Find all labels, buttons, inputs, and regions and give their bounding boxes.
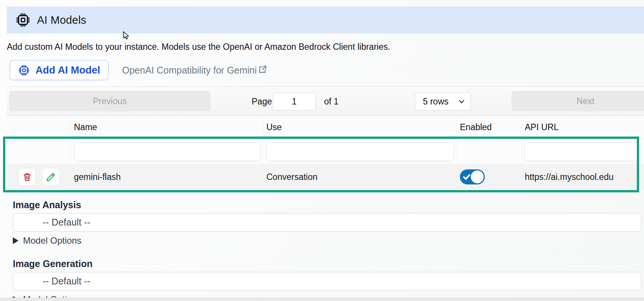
image-analysis-heading: Image Analysis bbox=[13, 200, 644, 210]
filter-cell-actions bbox=[7, 139, 71, 164]
filter-cell-api-url bbox=[522, 139, 644, 164]
openai-compatibility-link[interactable]: OpenAI Compatibility for Gemini bbox=[122, 65, 267, 76]
filter-cell-enabled bbox=[457, 139, 522, 164]
column-header-api-url: API URL bbox=[522, 116, 644, 139]
image-generation-select-value: -- Default -- bbox=[43, 276, 90, 287]
add-ai-model-label: Add AI Model bbox=[35, 64, 100, 76]
model-options-label: Model Options bbox=[23, 235, 81, 246]
add-ai-model-button[interactable]: Add AI Model bbox=[9, 60, 109, 80]
section-header: AI Models bbox=[7, 6, 644, 34]
column-header-name: Name bbox=[71, 116, 263, 139]
image-generation-model-select[interactable]: -- Default -- bbox=[13, 272, 641, 290]
trash-icon bbox=[22, 172, 32, 182]
column-header-use: Use bbox=[263, 116, 457, 139]
ai-models-settings-panel: AI Models Add custom AI Models to your i… bbox=[7, 0, 644, 301]
toolbar: Add AI Model OpenAI Compatibility for Ge… bbox=[9, 60, 644, 80]
delete-model-button[interactable] bbox=[18, 168, 36, 186]
toggle-knob bbox=[471, 170, 484, 183]
pagination-bar: Previous Page of 1 5 rows Next bbox=[7, 86, 644, 116]
edit-model-button[interactable] bbox=[42, 168, 60, 186]
enabled-toggle[interactable] bbox=[460, 169, 485, 184]
next-page-button[interactable]: Next bbox=[512, 91, 644, 111]
check-icon bbox=[463, 173, 471, 181]
image-analysis-model-select[interactable]: -- Default -- bbox=[13, 213, 641, 232]
compat-link-label: OpenAI Compatibility for Gemini bbox=[122, 65, 257, 76]
section-description: Add custom AI Models to your instance. M… bbox=[7, 42, 644, 52]
expand-triangle-icon bbox=[13, 237, 18, 244]
rows-per-page-select[interactable]: 5 rows bbox=[415, 92, 471, 111]
column-header-enabled: Enabled bbox=[457, 116, 522, 139]
image-analysis-select-value: -- Default -- bbox=[43, 217, 90, 228]
model-enabled-cell bbox=[457, 164, 522, 190]
table-row: gemini-flash Conversation https://ai.mys… bbox=[7, 164, 644, 190]
name-filter-input[interactable] bbox=[74, 142, 261, 161]
page-background: AI Models Add custom AI Models to your i… bbox=[0, 0, 644, 301]
page-number-input[interactable] bbox=[273, 92, 316, 111]
page-count-label: of 1 bbox=[324, 87, 338, 116]
chevron-down-icon bbox=[458, 98, 465, 105]
pencil-icon bbox=[46, 172, 56, 182]
table-header-row: Name Use Enabled API URL bbox=[7, 116, 644, 139]
ai-chip-icon bbox=[15, 12, 31, 28]
page-label: Page bbox=[252, 87, 272, 116]
filter-cell-use bbox=[263, 139, 457, 164]
bottom-divider bbox=[0, 298, 644, 301]
table-filter-row bbox=[7, 139, 644, 164]
rows-per-page-value: 5 rows bbox=[423, 97, 449, 107]
model-api-url-cell: https://ai.myschool.edu bbox=[522, 164, 644, 190]
image-generation-heading: Image Generation bbox=[13, 258, 644, 269]
model-name-cell: gemini-flash bbox=[71, 164, 263, 190]
model-use-cell: Conversation bbox=[263, 164, 457, 190]
page-title: AI Models bbox=[37, 14, 86, 26]
image-analysis-model-options-toggle[interactable]: Model Options bbox=[13, 235, 644, 246]
api-url-filter-input[interactable] bbox=[524, 142, 638, 161]
ai-chip-icon bbox=[18, 64, 30, 76]
filter-cell-name bbox=[71, 139, 263, 164]
external-link-icon bbox=[258, 64, 267, 74]
previous-page-button[interactable]: Previous bbox=[9, 91, 211, 111]
use-filter-input[interactable] bbox=[266, 142, 454, 161]
column-header-actions bbox=[7, 116, 71, 139]
row-actions-cell bbox=[7, 164, 71, 190]
